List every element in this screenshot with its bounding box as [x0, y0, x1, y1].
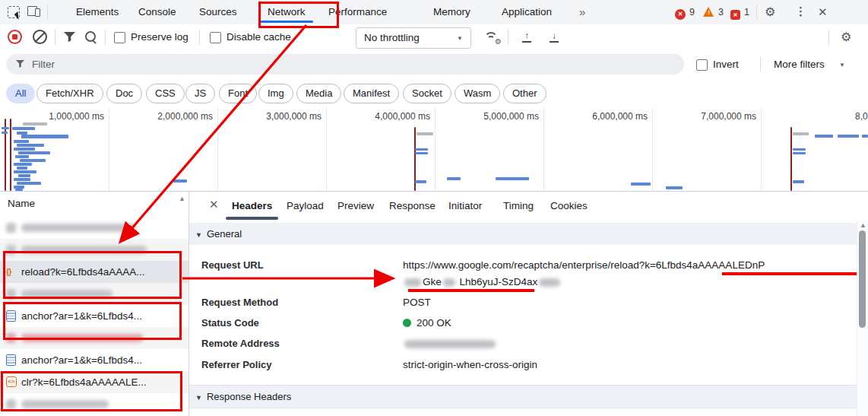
tab-console[interactable]: Console [138, 0, 176, 24]
tab-preview[interactable]: Preview [337, 192, 374, 220]
invert-label: Invert [713, 50, 739, 79]
details-scrollbar[interactable]: ▲ [857, 221, 868, 416]
general-section-label: General [207, 228, 242, 240]
redacted-text [21, 334, 143, 342]
warning-badge-icon[interactable]: ! [703, 7, 714, 17]
chip-js[interactable]: JS [185, 84, 215, 103]
chip-media[interactable]: Media [296, 84, 341, 103]
tab-performance[interactable]: Performance [328, 0, 387, 24]
scrollbar-thumb[interactable] [859, 230, 866, 328]
record-network-log-icon[interactable] [8, 30, 22, 44]
settings-gear-icon[interactable]: ⚙ [765, 5, 775, 19]
request-list: {}reload?k=6Lfbds4aAAAA...anchor?ar=1&k=… [0, 217, 188, 415]
network-overview-timeline[interactable]: 1,000,000 ms2,000,000 ms3,000,000 ms4,00… [0, 108, 868, 192]
redacted-request-row[interactable] [0, 217, 188, 239]
name-column-header[interactable]: Name ▲ [0, 192, 188, 218]
request-url-line2: Gke Lhb6yuJ-SzD4ax [403, 274, 851, 291]
network-request-row[interactable]: {}reload?k=6Lfbds4aAAAA... [0, 261, 188, 283]
tab-memory[interactable]: Memory [433, 0, 470, 24]
general-section-header[interactable]: ▼General [189, 223, 857, 245]
waterfall-bar [17, 167, 27, 170]
waterfall-bar [793, 148, 806, 151]
tab-cookies[interactable]: Cookies [550, 192, 588, 220]
request-url-label: Request URL [201, 259, 264, 272]
waterfall-bar [631, 183, 651, 186]
redacted-request-row[interactable] [0, 327, 188, 349]
more-filters-button[interactable]: More filters [774, 50, 825, 79]
document-icon [6, 310, 16, 322]
search-icon[interactable] [85, 31, 96, 42]
clear-network-log-icon[interactable] [33, 30, 47, 44]
redacted-request-row[interactable] [0, 239, 188, 261]
kebab-menu-icon[interactable]: ⋮ [795, 5, 806, 18]
error-badge-icon[interactable]: ✕ [675, 7, 686, 20]
filter-toggle-icon[interactable] [64, 32, 75, 42]
waterfall-bar [838, 135, 859, 138]
waterfall-bar [15, 189, 23, 191]
close-details-icon[interactable]: ✕ [209, 198, 219, 211]
remote-address-value [403, 337, 497, 350]
waterfall-bar [14, 178, 30, 181]
tab-initiator[interactable]: Initiator [448, 192, 482, 220]
chip-other[interactable]: Other [503, 84, 546, 103]
response-headers-section-header[interactable]: ▼Response Headers [189, 385, 857, 408]
timeline-tick-label: 6,000,000 ms [592, 111, 648, 122]
redacted-text [21, 224, 135, 232]
device-toolbar-icon[interactable] [27, 6, 40, 17]
tab-timing[interactable]: Timing [503, 192, 534, 220]
tab-elements[interactable]: Elements [76, 0, 119, 24]
chip-all[interactable]: All [6, 84, 35, 103]
throttling-select[interactable]: No throttling ▼ [356, 27, 471, 49]
chip-wasm[interactable]: Wasm [455, 84, 500, 103]
tab-payload[interactable]: Payload [287, 192, 324, 220]
close-devtools-icon[interactable]: ✕ [818, 5, 828, 19]
timeline-gridline [543, 108, 544, 191]
redacted-text [21, 246, 147, 254]
import-har-icon[interactable]: ↑ [521, 32, 532, 43]
export-har-icon[interactable]: ↓ [549, 32, 559, 43]
chip-fetch-xhr[interactable]: Fetch/XHR [36, 84, 103, 103]
chip-img[interactable]: Img [258, 84, 293, 103]
chip-manifest[interactable]: Manifest [344, 84, 399, 103]
network-conditions-icon[interactable]: ⚙ [483, 31, 499, 43]
network-request-row[interactable]: anchor?ar=1&k=6Lfbds4... [0, 349, 188, 371]
tab-sources[interactable]: Sources [199, 0, 237, 24]
filter-placeholder: Filter [32, 54, 55, 75]
triangle-down-icon: ▼ [195, 231, 202, 239]
redacted-request-row[interactable] [0, 393, 188, 415]
inspect-element-icon[interactable] [8, 6, 20, 18]
disable-cache-checkbox[interactable] [210, 32, 221, 43]
tab-application[interactable]: Application [502, 0, 552, 24]
referrer-policy-value: strict-origin-when-cross-origin [403, 358, 537, 371]
request-name: anchor?ar=1&k=6Lfbds4... [21, 349, 142, 371]
scroll-up-icon[interactable]: ▲ [860, 221, 866, 229]
redacted-request-row[interactable] [0, 283, 188, 305]
network-request-row[interactable]: anchor?ar=1&k=6Lfbds4... [0, 305, 188, 327]
tab-response[interactable]: Response [389, 192, 436, 220]
waterfall-bar [2, 127, 9, 129]
status-code-label: Status Code [201, 316, 259, 329]
tab-headers[interactable]: Headers [232, 192, 272, 220]
waterfall-bar [12, 127, 35, 130]
request-name: anchor?ar=1&k=6Lfbds4... [21, 305, 142, 327]
network-request-row[interactable]: <>clr?k=6Lfbds4aAAAAALE... [0, 371, 188, 393]
waterfall-bar [18, 174, 30, 177]
scroll-up-icon[interactable]: ▲ [179, 195, 185, 202]
preserve-log-checkbox[interactable] [114, 32, 125, 43]
chip-socket[interactable]: Socket [403, 84, 451, 103]
tab-network[interactable]: Network [268, 0, 306, 24]
chip-css[interactable]: CSS [146, 84, 185, 103]
issues-badge-icon[interactable]: ✕ [730, 8, 740, 20]
timeline-gridline [217, 108, 218, 191]
devtools-main-toolbar: Elements Console Sources Network Perform… [0, 0, 868, 25]
filter-input[interactable]: Filter [6, 54, 684, 75]
network-settings-gear-icon[interactable]: ⚙ [841, 30, 851, 44]
name-column-label: Name [8, 192, 35, 216]
redacted-icon [6, 223, 16, 233]
chip-doc[interactable]: Doc [106, 84, 142, 103]
filter-bar: Filter Invert More filters ▼ [0, 50, 868, 79]
invert-checkbox[interactable] [696, 59, 708, 71]
more-tabs-chevron-icon[interactable]: » [579, 0, 585, 24]
chip-font[interactable]: Font [219, 84, 257, 103]
filter-funnel-icon [16, 60, 24, 68]
